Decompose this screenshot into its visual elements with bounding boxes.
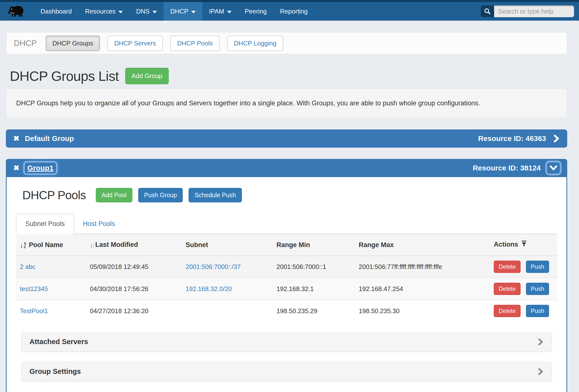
chevron-right-icon: [537, 368, 544, 375]
nav-item-label: Dashboard: [41, 8, 72, 15]
tab-dhcp-servers[interactable]: DHCP Servers: [107, 36, 163, 51]
mammoth-logo-icon: [7, 4, 26, 19]
chevron-down-icon: [550, 164, 557, 171]
nav-item-label: Peering: [245, 8, 267, 15]
group-bar-right: Resource ID: 46363: [478, 134, 560, 143]
range-max-cell: 2001:506:77ff:ffff:ffff:ffff:ffff:fffe: [355, 256, 490, 278]
filter-icon[interactable]: [521, 241, 527, 249]
push-button[interactable]: Push: [526, 261, 549, 273]
table-row: 2 abc 05/09/2018 12:49:45 2001:506:7000:…: [16, 256, 557, 278]
range-max-cell: 192.168.47.254: [355, 278, 490, 300]
resource-id-label: Resource ID: 46363: [478, 134, 546, 143]
subnet-link[interactable]: 192.168.32.0/20: [186, 285, 232, 293]
search-button[interactable]: [481, 5, 494, 17]
pool-name-link[interactable]: test12345: [20, 285, 48, 293]
nav-item-label: DNS: [136, 8, 149, 15]
attached-servers-panel[interactable]: Attached Servers: [21, 332, 552, 351]
main-navbar: Dashboard Resources DNS DHCP IPAM Peerin…: [0, 2, 579, 21]
app-logo[interactable]: [7, 2, 26, 21]
range-min-cell: 198.50.235.29: [273, 300, 355, 322]
sort-updown-icon: ↓↑: [90, 241, 94, 249]
column-header-range-min[interactable]: Range Min: [273, 234, 355, 256]
page-content: DHCP DHCP Groups DHCP Servers DHCP Pools…: [0, 21, 579, 392]
range-min-cell: 192.168.32.1: [273, 278, 355, 300]
group-panel-group1: ✖ Group1 Resource ID: 38124 DHCP Pools A…: [6, 159, 567, 392]
pools-header: DHCP Pools Add Pool Push Group Schedule …: [22, 188, 557, 202]
delete-button[interactable]: Delete: [494, 305, 520, 317]
delete-button[interactable]: Delete: [494, 283, 520, 295]
tab-subnet-pools[interactable]: Subnet Pools: [16, 214, 74, 234]
remove-group-icon[interactable]: ✖: [13, 164, 19, 172]
pool-name-link[interactable]: 2 abc: [20, 263, 36, 270]
column-header-subnet[interactable]: Subnet: [182, 234, 273, 256]
tab-dhcp-logging[interactable]: DHCP Logging: [227, 36, 283, 51]
column-header-last-modified[interactable]: ↓↑Last Modified: [86, 234, 182, 256]
tab-dhcp-pools[interactable]: DHCP Pools: [170, 36, 219, 51]
column-header-actions[interactable]: Actions: [490, 234, 557, 256]
nav-item-label: DHCP: [170, 8, 188, 15]
navbar-search: [481, 5, 574, 17]
pools-tab-row: Subnet Pools Host Pools: [16, 214, 557, 234]
group-row-default[interactable]: ✖ Default Group Resource ID: 46363: [6, 129, 567, 148]
description-panel: DHCP Groups help you to organize all of …: [6, 88, 567, 118]
nav-item-dns[interactable]: DNS: [129, 2, 163, 21]
nav-item-label: Reporting: [280, 8, 308, 15]
search-input[interactable]: [494, 5, 574, 17]
search-icon: [484, 8, 491, 15]
top-strip: [0, 0, 579, 2]
subnet-link[interactable]: 2001:506:7000::/37: [186, 263, 241, 270]
group1-panel-body: DHCP Pools Add Pool Push Group Schedule …: [6, 177, 567, 392]
remove-group-icon[interactable]: ✖: [13, 135, 19, 142]
collapse-group-button[interactable]: [547, 162, 560, 174]
last-modified-cell: 04/27/2018 12:36:20: [86, 300, 182, 322]
chevron-right-icon: [537, 338, 544, 346]
pools-table: ↓AZPool Name ↓↑Last Modified Subnet Rang…: [16, 234, 557, 322]
attached-servers-label: Attached Servers: [29, 338, 88, 346]
table-row: TestPool1 04/27/2018 12:36:20 198.50.235…: [16, 300, 557, 322]
schedule-push-button[interactable]: Schedule Push: [189, 188, 242, 202]
chevron-down-icon: [227, 11, 231, 13]
nav-item-ipam[interactable]: IPAM: [202, 2, 238, 21]
column-header-pool-name[interactable]: ↓AZPool Name: [16, 234, 86, 256]
chevron-down-icon: [191, 11, 196, 13]
group-row-group1[interactable]: ✖ Group1 Resource ID: 38124: [6, 159, 567, 177]
last-modified-cell: 05/09/2018 12:49:45: [86, 256, 182, 278]
column-label: Actions: [494, 241, 518, 248]
chevron-right-icon[interactable]: [553, 134, 560, 143]
page-title: DHCP Groups List: [10, 68, 119, 84]
add-pool-button[interactable]: Add Pool: [96, 188, 132, 202]
column-label: Range Min: [277, 241, 310, 248]
nav-item-dashboard[interactable]: Dashboard: [34, 2, 78, 21]
sort-alpha-icon: ↓AZ: [20, 242, 26, 249]
nav-item-peering[interactable]: Peering: [238, 2, 274, 21]
column-label: Subnet: [186, 241, 208, 248]
group-settings-panel[interactable]: Group Settings: [21, 362, 552, 381]
push-button[interactable]: Push: [526, 283, 549, 295]
range-min-cell: 2001:506:7000::1: [273, 256, 355, 278]
push-group-button[interactable]: Push Group: [138, 188, 183, 202]
column-label: Last Modified: [95, 241, 138, 248]
nav-item-dhcp[interactable]: DHCP: [163, 2, 202, 21]
dhcp-subnav: DHCP DHCP Groups DHCP Servers DHCP Pools…: [6, 32, 567, 55]
resource-id-label: Resource ID: 38124: [473, 164, 541, 172]
pools-title: DHCP Pools: [22, 188, 86, 202]
push-button[interactable]: Push: [526, 305, 549, 317]
delete-button[interactable]: Delete: [494, 261, 520, 273]
add-group-button[interactable]: Add Group: [125, 68, 169, 84]
column-header-range-max[interactable]: Range Max: [355, 234, 490, 256]
tab-dhcp-groups[interactable]: DHCP Groups: [46, 36, 100, 51]
nav-item-resources[interactable]: Resources: [78, 2, 129, 21]
pool-name-link[interactable]: TestPool1: [20, 307, 48, 315]
group-name: Default Group: [25, 134, 74, 143]
tab-host-pools[interactable]: Host Pools: [74, 214, 124, 234]
nav-item-reporting[interactable]: Reporting: [273, 2, 314, 21]
table-row: test12345 04/30/2018 17:56:26 192.168.32…: [16, 278, 557, 300]
group-bar-right: Resource ID: 38124: [473, 162, 560, 174]
range-max-cell: 198.50.235.30: [355, 300, 490, 322]
chevron-down-icon: [118, 11, 123, 13]
last-modified-cell: 04/30/2018 17:56:26: [86, 278, 182, 300]
group-name-link[interactable]: Group1: [25, 162, 56, 173]
description-text: DHCP Groups help you to organize all of …: [16, 99, 480, 107]
nav-menu: Dashboard Resources DNS DHCP IPAM Peerin…: [34, 2, 314, 21]
group-settings-label: Group Settings: [29, 367, 81, 376]
